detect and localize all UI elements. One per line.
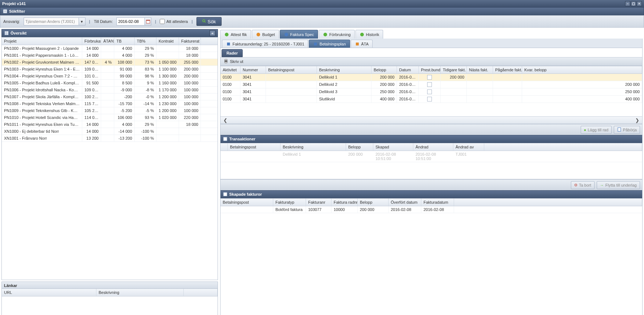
overview-row[interactable]: PN1002 - Projekt Gruvkontoret Malmen 1:1… — [2, 59, 218, 66]
rader-cell: 2016-02-03 — [397, 74, 419, 81]
overview-row[interactable]: PN1005 - Projekt Badhus Luleå - Komplett… — [2, 80, 218, 87]
datum-input-wrap[interactable] — [116, 17, 151, 25]
overview-col-header[interactable]: TB% — [135, 37, 156, 45]
skap-col-header[interactable]: Fakturanr — [306, 199, 331, 206]
trans-col-header[interactable]: Ändrad av — [453, 143, 484, 151]
links-col-desc[interactable]: Beskrivning — [96, 289, 184, 296]
overview-row[interactable]: PN1008 - Projekt Tekniska Verken Malmö -… — [2, 100, 218, 107]
trans-col-header[interactable]: Beskrivning — [281, 143, 346, 151]
print-label[interactable]: Skriv ut — [230, 59, 243, 64]
overview-row[interactable]: PN1010 - Projekt Hotell Scandic via Hamm… — [2, 114, 218, 121]
overview-row[interactable]: XN1000 - Ej debiterbar tid Norr14 000-14… — [2, 128, 218, 135]
ansvarig-trigger[interactable]: ▾ — [79, 18, 85, 25]
minimize-button[interactable]: – — [625, 1, 630, 6]
overview-row[interactable]: PN1001 - Projekt Pappersmaskin 1 - Löpan… — [2, 52, 218, 59]
skap-col-header[interactable]: Faktura radnr — [331, 199, 358, 206]
detail-tab[interactable]: Budget — [252, 30, 279, 39]
overview-cell: 100 200 — [82, 93, 101, 100]
collapse-button[interactable]: « — [210, 30, 215, 36]
datum-input[interactable] — [117, 18, 144, 25]
overview-col-header[interactable]: Förbrukat — [82, 37, 101, 45]
skapade-grid-body[interactable]: Bokförd faktura10307710000200 0002016-02… — [220, 206, 642, 315]
trans-col-header[interactable]: Skapad — [373, 143, 413, 151]
rader-tab[interactable]: Rader — [222, 49, 243, 57]
trans-col-header[interactable]: Betalningspost — [228, 143, 281, 151]
skap-col-header[interactable]: Betalningspost — [220, 199, 273, 206]
overview-row[interactable]: PN1004 - Projekt Hyreshus Oxen 7:2 - Kom… — [2, 73, 218, 80]
rader-col-header[interactable]: Prest.bunden — [419, 66, 441, 73]
trans-col-header[interactable]: Belopp — [346, 143, 373, 151]
add-row-button[interactable]: ● Lägg till rad — [581, 126, 612, 134]
overview-grid-body[interactable]: PN1000 - Projekt Massugnen 2 - Löpande14… — [2, 45, 218, 280]
links-col-url[interactable]: URL — [2, 289, 96, 296]
attestera-checkbox[interactable]: Att attestera — [160, 19, 188, 24]
overview-col-header[interactable]: TB — [114, 37, 135, 45]
prest-checkbox[interactable] — [427, 89, 432, 94]
sub-tab[interactable]: Fakturaunderlag: 25 - 20160208 - TJ001 — [222, 40, 308, 48]
skap-col-header[interactable]: Överfört datum — [389, 199, 421, 206]
trans-row[interactable]: Dellikvid 1200 0002016-02-08 10:51:00201… — [220, 151, 642, 162]
detail-tab[interactable]: Historik — [355, 30, 383, 39]
ansvarig-input[interactable] — [24, 18, 79, 25]
detail-tab[interactable]: Faktura Spec — [280, 30, 318, 39]
close-button[interactable]: × — [637, 1, 642, 6]
scroll-left[interactable]: ❮ — [223, 117, 227, 123]
overview-row[interactable]: PN1006 - Projekt Idrottshall Nacka - Kom… — [2, 87, 218, 93]
rader-row[interactable]: 01003041Dellikvid 2200 0002016-04-01200 … — [220, 81, 642, 88]
overview-cell: 100 000 — [179, 87, 201, 93]
rader-col-header[interactable]: Nummer — [240, 66, 266, 73]
rader-col-header[interactable]: Beskrivning — [317, 66, 371, 73]
detail-tab[interactable]: Förbrukning — [319, 30, 355, 39]
prest-checkbox[interactable] — [427, 97, 432, 101]
skap-col-header[interactable]: Belopp — [358, 199, 389, 206]
rader-col-header[interactable]: Betalningspost — [266, 66, 317, 73]
overview-row[interactable]: PN1000 - Projekt Massugnen 2 - Löpande14… — [2, 45, 218, 52]
ansvarig-combo[interactable]: ▾ — [24, 17, 86, 25]
start-button[interactable]: Påbörja — [614, 126, 640, 134]
overview-cell: 29 % — [135, 121, 156, 128]
overview-col-header[interactable]: Kontrakt — [156, 37, 179, 45]
overview-row[interactable]: PN1003 - Projekt Hyreshus Eken 1:4 - Enk… — [2, 66, 218, 73]
skap-row[interactable]: Bokförd faktura10307710000200 0002016-02… — [220, 206, 642, 213]
scroll-right[interactable]: ❯ — [635, 117, 639, 123]
rader-row[interactable]: 01003041Dellikvid 3250 0002016-05-01250 … — [220, 88, 642, 96]
calendar-icon[interactable] — [144, 18, 151, 25]
skap-col-header[interactable]: Fakturatyp — [273, 199, 306, 206]
overview-row[interactable]: PN1007 - Projekt Skola Järfälla - Komple… — [2, 93, 218, 100]
skap-col-header[interactable]: Fakturadatum — [421, 199, 454, 206]
rader-row[interactable]: 01003041Slutlikvid400 0002016-08-01400 0… — [220, 96, 642, 103]
overview-cell: 1 200 000 — [156, 107, 179, 114]
delete-button[interactable]: ⊖ Ta bort — [571, 181, 595, 189]
rader-col-header[interactable]: Belopp — [371, 66, 397, 73]
transaktioner-grid-body[interactable]: Dellikvid 1200 0002016-02-08 10:51:00201… — [220, 151, 642, 179]
tab-icon — [226, 41, 231, 47]
overview-row[interactable]: PN1009 - Projekt Teknikenshus Gtb - Komp… — [2, 107, 218, 114]
move-button[interactable]: → Flytta till underlag — [597, 181, 640, 189]
rader-col-header[interactable]: Kvar. belopp — [522, 66, 642, 73]
trans-col-header[interactable]: Ändrad — [413, 143, 453, 151]
detail-tab[interactable]: Attest flik — [220, 30, 251, 39]
attestera-input[interactable] — [160, 19, 165, 24]
rader-col-header[interactable]: Aktivitet — [220, 66, 240, 73]
overview-row[interactable]: XN1001 - Frånvaro Norr13 200-13 200-100 … — [2, 135, 218, 142]
overview-col-header[interactable]: Fakturerat — [179, 37, 201, 45]
tab-label: Förbrukning — [329, 32, 351, 37]
rader-grid-body[interactable]: 01003041Dellikvid 1200 0002016-02-03200 … — [220, 74, 642, 116]
overview-col-header[interactable]: ÄTA% — [101, 37, 114, 45]
sub-tab[interactable]: Betalningsplan — [309, 40, 350, 48]
search-button[interactable]: Sök — [196, 17, 222, 26]
svg-rect-4 — [5, 31, 8, 35]
print-icon[interactable] — [223, 59, 228, 64]
overview-row[interactable]: PN1011 - Projekt Hyreshus Eken via Tumst… — [2, 121, 218, 128]
prest-checkbox[interactable] — [427, 75, 432, 80]
rader-col-header[interactable]: Tidigare fakt. — [441, 66, 467, 73]
rader-col-header[interactable]: Datum — [397, 66, 419, 73]
overview-col-header[interactable]: Projekt — [2, 37, 82, 45]
rader-col-header[interactable]: Nästa fakt. — [467, 66, 493, 73]
rader-row[interactable]: 01003041Dellikvid 1200 0002016-02-03200 … — [220, 74, 642, 81]
prest-checkbox[interactable] — [427, 82, 432, 87]
sub-tab[interactable]: ÄTA — [351, 40, 373, 48]
overview-cell: -100 % — [135, 128, 156, 135]
maximize-button[interactable]: ▢ — [631, 1, 636, 6]
rader-col-header[interactable]: Pågående fakt. — [493, 66, 522, 73]
